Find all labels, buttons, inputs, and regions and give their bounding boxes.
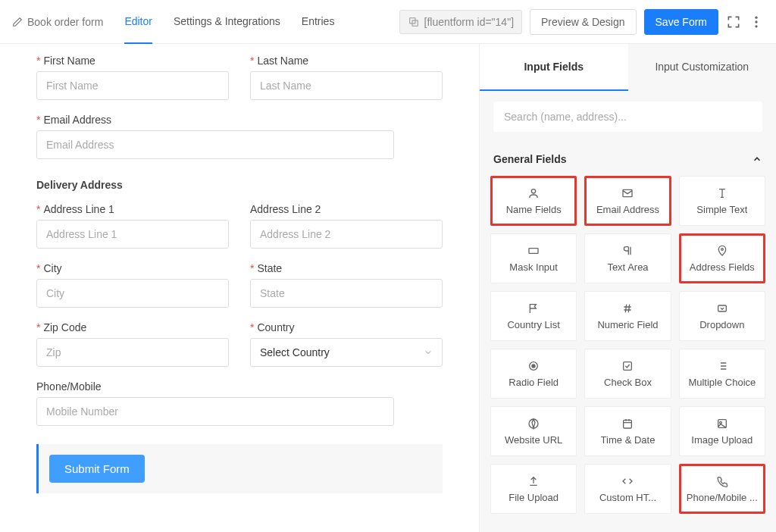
more-icon[interactable] (749, 14, 764, 30)
chevron-down-icon (424, 348, 433, 357)
select-icon (716, 302, 728, 315)
tile-simple-text[interactable]: Simple Text (679, 176, 765, 226)
country-select[interactable]: Select Country (250, 338, 443, 367)
tile-name-fields[interactable]: Name Fields (490, 176, 577, 226)
pin-icon (716, 245, 728, 257)
tile-address-fields[interactable]: Address Fields (679, 233, 765, 283)
keyboard-icon (527, 245, 540, 257)
submit-wrapper: Submit Form (36, 444, 443, 493)
addr1-input[interactable] (36, 220, 229, 249)
text-icon (716, 187, 728, 199)
group-general-fields[interactable]: General Fields (480, 142, 776, 176)
phone-icon (716, 475, 728, 487)
phone-input[interactable] (36, 397, 394, 426)
last-name-label: *Last Name (250, 55, 443, 67)
search-input[interactable] (493, 102, 762, 132)
user-icon (527, 187, 540, 199)
svg-point-17 (719, 421, 721, 424)
submit-button[interactable]: Submit Form (49, 455, 145, 483)
upload-icon (527, 475, 540, 487)
tile-text-area[interactable]: Text Area (584, 233, 671, 283)
copy-icon (408, 16, 420, 28)
tab-settings[interactable]: Settings & Integrations (174, 0, 280, 44)
email-label: *Email Address (36, 114, 443, 126)
svg-marker-13 (532, 419, 535, 428)
tile-custom-html[interactable]: Custom HT... (584, 464, 671, 514)
globe-icon (527, 418, 540, 430)
addr2-input[interactable] (250, 220, 443, 249)
list-icon (716, 360, 728, 372)
phone-label: Phone/Mobile (36, 380, 443, 393)
code-icon (621, 475, 634, 487)
zip-label: *Zip Code (36, 321, 229, 333)
tile-phone-mobile[interactable]: Phone/Mobile ... (679, 464, 765, 514)
side-tab-fields[interactable]: Input Fields (480, 44, 628, 91)
svg-point-2 (755, 16, 757, 18)
tile-check-box[interactable]: Check Box (584, 349, 671, 399)
svg-point-8 (721, 248, 723, 250)
tile-dropdown[interactable]: Dropdown (679, 291, 765, 341)
svg-point-4 (755, 25, 757, 27)
side-tab-customization[interactable]: Input Customization (628, 44, 777, 91)
svg-rect-7 (529, 248, 538, 253)
radio-icon (527, 360, 540, 372)
form-title-text: Book order form (27, 16, 103, 28)
shortcode-text: [fluentform id="14"] (424, 16, 515, 28)
form-canvas: *First Name *Last Name *Email Address De… (0, 44, 479, 532)
svg-point-11 (532, 365, 535, 368)
chevron-up-icon (752, 154, 762, 164)
tile-email-address[interactable]: Email Address (584, 176, 671, 226)
svg-point-5 (531, 189, 535, 192)
tile-multiple-choice[interactable]: Multiple Choice (679, 349, 765, 399)
tile-numeric-field[interactable]: Numeric Field (584, 291, 671, 341)
tile-radio-field[interactable]: Radio Field (490, 349, 577, 399)
shortcode-box[interactable]: [fluentform id="14"] (399, 10, 523, 34)
first-name-input[interactable] (36, 71, 229, 100)
tile-image-upload[interactable]: Image Upload (679, 406, 765, 456)
state-label: *State (250, 262, 443, 274)
tile-file-upload[interactable]: File Upload (490, 464, 577, 514)
mail-icon (621, 187, 634, 199)
preview-design-button[interactable]: Preview & Design (530, 9, 637, 35)
last-name-input[interactable] (250, 71, 443, 100)
tile-country-list[interactable]: Country List (490, 291, 577, 341)
form-title[interactable]: Book order form (12, 16, 103, 28)
svg-rect-12 (624, 361, 632, 370)
pencil-icon (12, 17, 23, 27)
calendar-icon (621, 418, 634, 430)
addr2-label: Address Line 2 (250, 203, 443, 215)
country-label: *Country (250, 321, 443, 333)
tab-editor[interactable]: Editor (124, 0, 152, 44)
email-input[interactable] (36, 130, 394, 159)
delivery-heading: Delivery Address (36, 179, 443, 191)
checkbox-icon (621, 360, 634, 372)
tile-mask-input[interactable]: Mask Input (490, 233, 577, 283)
svg-rect-15 (624, 420, 632, 428)
zip-input[interactable] (36, 338, 229, 367)
fullscreen-icon[interactable] (726, 14, 741, 30)
tile-website-url[interactable]: Website URL (490, 406, 577, 456)
addr1-label: *Address Line 1 (36, 203, 229, 215)
svg-point-3 (755, 20, 757, 23)
tile-time-date[interactable]: Time & Date (584, 406, 671, 456)
image-icon (716, 418, 728, 430)
hash-icon (621, 302, 634, 315)
save-form-button[interactable]: Save Form (644, 9, 718, 35)
paragraph-icon (621, 245, 634, 257)
state-input[interactable] (250, 279, 443, 308)
first-name-label: *First Name (36, 55, 229, 67)
city-input[interactable] (36, 279, 229, 308)
city-label: *City (36, 262, 229, 274)
svg-rect-9 (718, 305, 726, 311)
tab-entries[interactable]: Entries (302, 0, 335, 44)
flag-icon (527, 302, 540, 315)
